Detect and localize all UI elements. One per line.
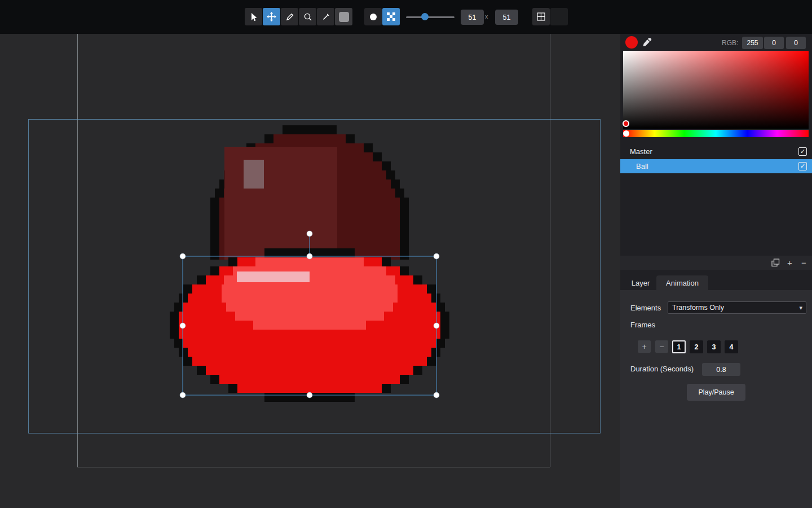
cursor-icon [249,12,258,21]
size-separator: x [485,13,488,20]
tool-group-grid [532,8,568,25]
remove-layer-button[interactable]: − [798,257,809,268]
layer-visibility-checkbox[interactable]: ✓ [798,162,807,170]
sv-picker-indicator[interactable] [623,120,629,127]
cursor-tool-button[interactable] [245,8,262,25]
circle-shape-icon [369,12,378,21]
hue-slider[interactable] [623,130,809,137]
tab-animation[interactable]: Animation [656,275,708,290]
add-layer-button[interactable]: + [784,257,795,268]
current-color-swatch[interactable] [625,36,638,49]
move-icon [267,12,276,21]
animation-panel: Elements Transforms Only ▾ Frames + − 1 … [620,290,812,508]
active-color-swatch-button[interactable] [335,8,352,25]
eyedropper-icon[interactable] [642,37,652,47]
handle-bottom-left[interactable] [180,392,186,398]
layer-name: Ball [636,162,648,170]
chevron-down-icon: ▾ [799,304,802,312]
handle-bottom-right[interactable] [434,392,439,398]
frame-button-1[interactable]: 1 [672,340,686,353]
frames-label: Frames [630,321,655,329]
elements-dropdown-value: Transforms Only [672,304,799,312]
play-pause-button[interactable]: Play/Pause [687,384,745,401]
slider-handle[interactable] [421,13,429,20]
hue-slider-indicator[interactable] [623,130,629,137]
rgb-label: RGB: [722,39,738,47]
eraser-tool-button[interactable] [299,8,316,25]
remove-frame-button[interactable]: − [655,340,668,353]
brush-tool-button[interactable] [317,8,334,25]
layer-row-master[interactable]: Master ✓ [620,144,812,159]
panel-tabs: Layer Animation [620,275,812,290]
canvas-width-input[interactable] [461,10,484,25]
handle-top-center[interactable] [307,253,312,259]
pencil-icon [285,12,294,21]
grid-icon [537,12,545,21]
layer-visibility-checkbox[interactable]: ✓ [798,147,807,156]
layer-name: Master [630,147,652,156]
current-frame-ball[interactable] [170,248,449,402]
tab-layer[interactable]: Layer [625,275,656,290]
rgb-g-input[interactable] [764,37,784,49]
layer-row-ball[interactable]: Ball ✓ [620,159,812,173]
rgb-r-input[interactable] [742,37,763,49]
grid-secondary-button[interactable] [550,8,568,25]
duration-label: Duration (Seconds) [630,365,694,373]
pencil-tool-button[interactable] [281,8,298,25]
frame-button-2[interactable]: 2 [690,340,703,353]
checker-pattern-button[interactable] [382,8,400,25]
grid-toggle-button[interactable] [532,8,550,25]
right-panel: RGB: Master ✓ Ball ✓ + − Layer Animation… [620,34,812,508]
canvas-height-input[interactable] [495,10,518,25]
canvas-stage[interactable] [0,34,620,508]
add-frame-button[interactable]: + [638,340,651,353]
duplicate-icon [771,259,780,267]
move-tool-button[interactable] [263,8,280,25]
saturation-value-picker[interactable] [623,51,809,129]
rgb-b-input[interactable] [786,37,806,49]
handle-top-left[interactable] [180,253,186,259]
toolbar: x [0,0,812,34]
toolbar-slider[interactable] [406,12,454,21]
checker-icon [387,12,395,21]
handle-bottom-center[interactable] [307,392,312,398]
handle-mid-left[interactable] [180,323,186,329]
tool-group-brush-shape [364,8,400,25]
brush-color-swatch [339,12,349,22]
pixel-art-canvas[interactable] [0,34,620,508]
rotate-handle[interactable] [307,231,312,237]
frame-button-3[interactable]: 3 [707,340,721,353]
elements-label: Elements [630,304,661,312]
brush-icon [321,12,330,21]
circle-brush-button[interactable] [364,8,382,25]
duration-input[interactable] [702,363,740,376]
layer-actions-strip: + − [620,256,812,270]
duplicate-layer-button[interactable] [770,257,781,268]
elements-dropdown[interactable]: Transforms Only ▾ [668,301,806,314]
tool-group-main [245,8,352,25]
handle-mid-right[interactable] [434,323,439,329]
frame-button-4[interactable]: 4 [725,340,738,353]
eraser-icon [303,12,312,21]
handle-top-right[interactable] [434,253,439,259]
slider-track[interactable] [406,16,454,18]
